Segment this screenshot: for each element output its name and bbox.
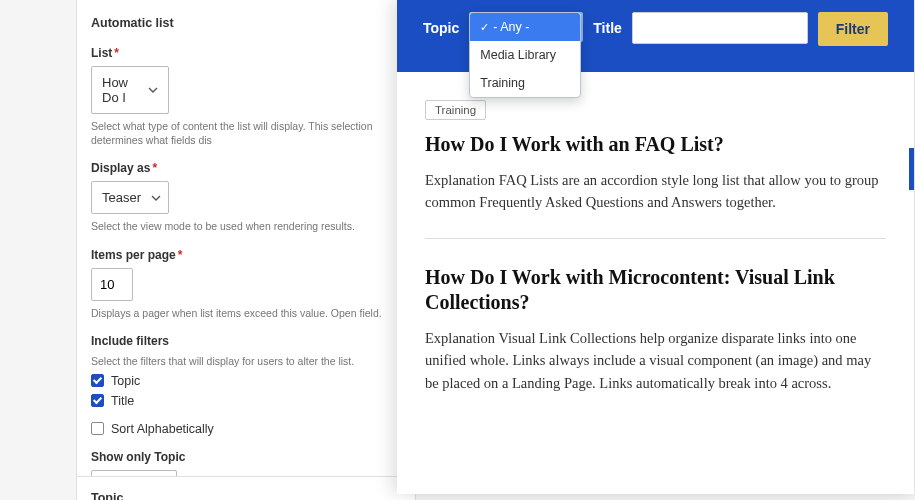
display-as-select[interactable]: Teaser xyxy=(91,181,169,214)
display-as-value: Teaser xyxy=(102,190,141,205)
list-select[interactable]: How Do I xyxy=(91,66,169,114)
field-include-filters: Include filters Select the filters that … xyxy=(91,334,401,408)
include-filters-label: Include filters xyxy=(91,334,401,348)
config-panel: Automatic list List* How Do I Select wha… xyxy=(76,0,416,500)
article-body: Explanation Visual Link Collections help… xyxy=(425,327,886,394)
section-title: Automatic list xyxy=(91,16,401,30)
dropdown-option-any[interactable]: ✓- Any - xyxy=(470,13,580,41)
display-as-label: Display as* xyxy=(91,161,401,175)
checkbox-title-label: Title xyxy=(111,394,134,408)
checkbox-topic-label: Topic xyxy=(111,374,140,388)
article-title[interactable]: How Do I Work with Microcontent: Visual … xyxy=(425,265,886,315)
results-list: Training How Do I Work with an FAQ List?… xyxy=(397,72,914,418)
article-body: Explanation FAQ Lists are an accordion s… xyxy=(425,169,886,214)
list-label: List* xyxy=(91,46,401,60)
items-label: Items per page* xyxy=(91,248,401,262)
list-value: How Do I xyxy=(102,75,138,105)
checkbox-topic-row[interactable]: Topic xyxy=(91,374,401,388)
title-filter-label: Title xyxy=(593,12,622,36)
include-filters-help: Select the filters that will display for… xyxy=(91,354,401,368)
list-item: How Do I Work with Microcontent: Visual … xyxy=(425,265,886,418)
preview-pane: Topic ✓- Any - Media Library Training Ti… xyxy=(397,0,914,494)
bottom-title: Topic xyxy=(91,491,401,500)
field-sort-alpha: Sort Alphabetically xyxy=(91,422,401,436)
bottom-section: Topic xyxy=(76,476,416,500)
list-item: Training How Do I Work with an FAQ List?… xyxy=(425,100,886,239)
filter-bar: Topic ✓- Any - Media Library Training Ti… xyxy=(397,0,914,72)
topic-dropdown: ✓- Any - Media Library Training xyxy=(469,12,581,98)
items-help: Displays a pager when list items exceed … xyxy=(91,306,401,320)
filter-button[interactable]: Filter xyxy=(818,12,888,46)
side-accent xyxy=(909,148,914,190)
show-only-label: Show only Topic xyxy=(91,450,401,464)
items-input[interactable] xyxy=(91,268,133,301)
checkbox-sort-label: Sort Alphabetically xyxy=(111,422,214,436)
dropdown-option-media[interactable]: Media Library xyxy=(470,41,580,69)
article-title[interactable]: How Do I Work with an FAQ List? xyxy=(425,132,886,157)
checkbox-sort-row[interactable]: Sort Alphabetically xyxy=(91,422,401,436)
check-icon: ✓ xyxy=(480,21,489,33)
field-items-per-page: Items per page* Displays a pager when li… xyxy=(91,248,401,320)
list-help: Select what type of content the list wil… xyxy=(91,119,401,147)
display-as-help: Select the view mode to be used when ren… xyxy=(91,219,401,233)
tag-badge[interactable]: Training xyxy=(425,100,486,120)
topic-filter-wrap: ✓- Any - Media Library Training xyxy=(469,12,583,42)
chevron-down-icon xyxy=(151,195,161,201)
title-filter-input[interactable] xyxy=(632,12,808,44)
chevron-down-icon xyxy=(148,87,158,93)
dropdown-option-training[interactable]: Training xyxy=(470,69,580,97)
checkbox-title-row[interactable]: Title xyxy=(91,394,401,408)
checkbox-sort[interactable] xyxy=(91,422,104,435)
field-list: List* How Do I Select what type of conte… xyxy=(91,46,401,147)
field-display-as: Display as* Teaser Select the view mode … xyxy=(91,161,401,233)
topic-filter-label: Topic xyxy=(423,12,459,36)
checkbox-title[interactable] xyxy=(91,394,104,407)
checkbox-topic[interactable] xyxy=(91,374,104,387)
